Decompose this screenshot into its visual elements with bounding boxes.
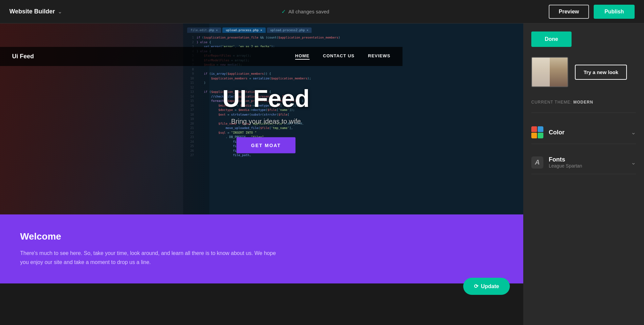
current-theme-prefix: CURRENT THEME:: [531, 100, 572, 105]
try-new-look-button[interactable]: Try a new look: [575, 65, 627, 80]
update-label: Update: [481, 283, 499, 289]
hero-title: UI Feed: [222, 85, 310, 112]
topbar-center: ✓ All changes saved: [281, 8, 329, 15]
welcome-section: Welcome There's much to see here. So, ta…: [0, 214, 523, 283]
topbar-chevron-icon[interactable]: ⌄: [58, 8, 62, 15]
update-icon: ⟳: [474, 283, 478, 289]
welcome-title: Welcome: [20, 231, 503, 242]
color-section-title: Color: [549, 129, 565, 136]
topbar-right: Preview Publish: [549, 5, 635, 19]
current-theme-name: MODERN: [573, 100, 593, 105]
hero-subtitle: Bring your ideas to wife: [222, 118, 310, 125]
topbar-brand: Website Builder: [9, 8, 55, 15]
check-icon: ✓: [281, 8, 286, 15]
right-panel: Done Try a new look CURRENT THEME: MODER…: [523, 23, 644, 325]
fonts-current: League Spartan: [549, 163, 582, 169]
fonts-text: Fonts League Spartan: [549, 156, 582, 169]
theme-preview-area: Try a new look: [531, 54, 636, 90]
color-square-blue: [538, 126, 543, 132]
theme-thumbnail: [531, 57, 568, 87]
color-square-green: [538, 133, 543, 138]
topbar: Website Builder ⌄ ✓ All changes saved Pr…: [0, 0, 644, 23]
color-square-red: [531, 126, 537, 132]
welcome-text: There's much to see here. So, take your …: [20, 249, 282, 267]
color-icon: [531, 126, 543, 138]
topbar-left: Website Builder ⌄: [9, 8, 62, 15]
site-nav-links: HOME CONTACT US REVIEWS: [295, 53, 390, 60]
saved-status: All changes saved: [288, 9, 329, 14]
nav-link-contact[interactable]: CONTACT US: [323, 53, 355, 60]
update-button[interactable]: ⟳ Update: [463, 278, 510, 295]
code-tab-active: upload.process.php ×: [222, 27, 265, 33]
font-icon: A: [531, 156, 543, 169]
preview-button[interactable]: Preview: [549, 5, 589, 19]
nav-link-reviews[interactable]: REVIEWS: [368, 53, 390, 60]
hero-cta-button[interactable]: GET MOAT: [236, 137, 296, 153]
fonts-section-left: A Fonts League Spartan: [531, 156, 582, 169]
hero-section: file.edit.php × upload.process.php × upl…: [0, 23, 523, 214]
color-section-left: Color: [531, 126, 565, 138]
code-tabs: file.edit.php × upload.process.php × upl…: [187, 27, 519, 33]
panel-divider-1: [531, 113, 636, 113]
code-tab-2: upload.process2.php ×: [267, 27, 312, 33]
fonts-section-title: Fonts: [549, 156, 582, 163]
fonts-chevron-icon: ⌄: [631, 159, 636, 166]
color-square-orange: [531, 133, 537, 138]
done-button[interactable]: Done: [531, 31, 572, 47]
color-section[interactable]: Color ⌄: [531, 121, 636, 144]
theme-thumbnail-overlay: [532, 58, 550, 86]
site-logo: Ui Feed: [12, 53, 34, 60]
publish-button[interactable]: Publish: [594, 5, 635, 19]
site-nav: Ui Feed HOME CONTACT US REVIEWS: [0, 47, 402, 66]
color-chevron-icon: ⌄: [631, 129, 636, 136]
fonts-section[interactable]: A Fonts League Spartan ⌄: [531, 151, 636, 174]
current-theme-label: CURRENT THEME: MODERN: [531, 100, 636, 105]
hero-content: UI Feed Bring your ideas to wife GET MOA…: [222, 85, 310, 153]
nav-link-home[interactable]: HOME: [295, 53, 310, 60]
